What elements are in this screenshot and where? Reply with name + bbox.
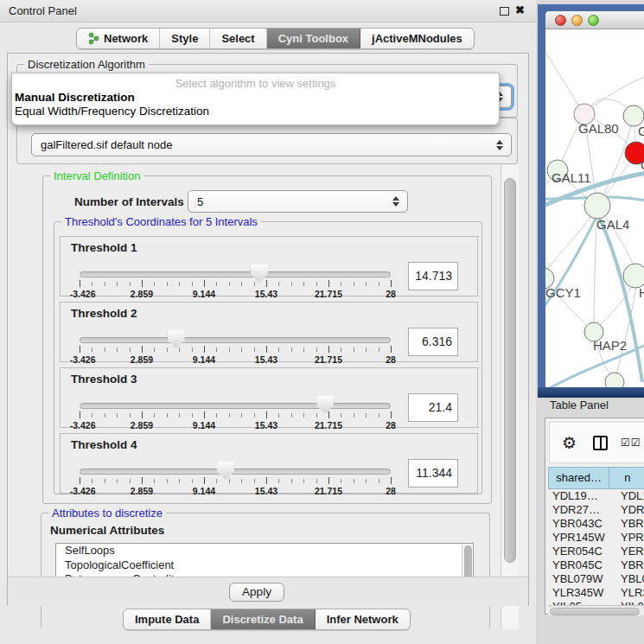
tab-network-label: Network — [104, 32, 148, 45]
tab-jactivemnodules[interactable]: jActiveMNodules — [360, 29, 474, 48]
minimize-traffic-light-icon[interactable] — [571, 15, 583, 26]
tab-discretize-data[interactable]: Discretize Data — [211, 609, 315, 629]
threshold-value-field[interactable]: 11.344 — [408, 459, 458, 488]
table-rows: YDL19…YDL1 YDR27…YDR2 YBR043CYBR0 YPR145… — [548, 489, 644, 605]
cell: YDL19… — [548, 489, 616, 503]
interval-definition-title: Interval Definition — [50, 169, 143, 182]
tab-impute-data[interactable]: Impute Data — [124, 609, 211, 629]
tick-label: 9.144 — [193, 354, 215, 365]
threshold-slider[interactable]: -3.426 2.859 9.144 15.43 21.715 28 — [80, 465, 391, 491]
tick-label: -3.426 — [70, 354, 96, 365]
network-view-window: GAL80 GA C GAL11 GAL4 GCY1 H HAP2 — [538, 4, 644, 398]
gear-icon[interactable]: ⚙ — [562, 433, 577, 452]
column-header-shared-name[interactable]: shared… — [548, 467, 609, 489]
threshold-row: Threshold 3 -3.426 2.859 9.144 15.43 21.… — [60, 367, 478, 428]
slider-track[interactable] — [80, 469, 391, 475]
close-traffic-light-icon[interactable] — [555, 15, 566, 26]
threshold-value-field[interactable]: 6.316 — [408, 328, 458, 356]
table-row[interactable]: YDR27…YDR2 — [548, 503, 644, 517]
thresholds-group-title: Threshold's Coordinates for 5 Intervals — [61, 215, 261, 228]
node-label-gcy1: GCY1 — [545, 285, 581, 300]
table-row[interactable]: YER054CYER0 — [548, 545, 644, 558]
discretization-algorithm-title: Discretization Algorithm — [24, 58, 149, 71]
table-panel: ⚙ ☑☑ shared… n YDL19…YDL1 YDR27…YDR2 YBR… — [545, 418, 644, 615]
thresholds-group: Threshold's Coordinates for 5 Intervals … — [54, 221, 482, 494]
tick-label: 15.43 — [255, 486, 277, 496]
control-panel: Control Panel ✖ Network Style Select Cyn… — [0, 0, 536, 644]
slider-ticks — [80, 282, 391, 286]
slider-track[interactable] — [80, 337, 391, 343]
tick-label: 28 — [386, 289, 396, 299]
slider-thumb[interactable] — [251, 265, 268, 283]
network-canvas[interactable]: GAL80 GA C GAL11 GAL4 GCY1 H HAP2 — [545, 29, 644, 387]
table-row[interactable]: YPR145WYPR1 — [548, 531, 644, 545]
popup-option-manual-discretization[interactable]: Manual Discretization — [15, 91, 135, 104]
float-window-icon[interactable] — [500, 7, 509, 16]
table-row[interactable]: YBR043CYBR0 — [548, 517, 644, 531]
tick-label: 21.715 — [315, 354, 342, 365]
slider-thumb[interactable] — [316, 396, 334, 414]
slider-track[interactable] — [80, 271, 391, 277]
node-h[interactable] — [623, 264, 644, 288]
maximize-traffic-light-icon[interactable] — [588, 15, 599, 26]
checkboxes-icon[interactable]: ☑☑ — [621, 437, 641, 449]
close-icon[interactable]: ✖ — [515, 3, 525, 16]
table-data-combo-value: galFiltered.sif default node — [41, 138, 172, 151]
node-label-gal11: GAL11 — [552, 170, 591, 185]
attributes-group-title: Attributes to discretize — [48, 507, 166, 520]
cell: YDR27… — [548, 503, 616, 517]
cell: YBR0 — [616, 558, 644, 572]
threshold-label: Threshold 2 — [71, 307, 137, 320]
slider-track[interactable] — [80, 403, 391, 409]
popup-option-equal-width-frequency[interactable]: Equal Width/Frequency Discretization — [15, 105, 209, 118]
cell: YER0 — [616, 545, 644, 558]
number-of-intervals-spinner[interactable]: 5 — [188, 190, 408, 213]
tab-infer-network-label: Infer Network — [327, 613, 399, 626]
node-label-cut-ga: GA — [638, 124, 644, 138]
network-icon — [88, 32, 99, 45]
table-h-scrollbar[interactable] — [548, 605, 644, 615]
tab-infer-network[interactable]: Infer Network — [316, 609, 410, 629]
tab-cyni-toolbox[interactable]: Cyni Toolbox — [267, 29, 360, 48]
apply-strip: Apply — [8, 577, 528, 606]
cell: YDR2 — [616, 503, 644, 517]
threshold-value-field[interactable]: 14.713 — [408, 262, 458, 290]
right-column: GAL80 GA C GAL11 GAL4 GCY1 H HAP2 Table … — [536, 0, 644, 644]
cell: YBL079W — [548, 572, 616, 586]
tab-cyni-toolbox-label: Cyni Toolbox — [278, 32, 348, 45]
list-item[interactable]: TopologicalCoefficient — [56, 558, 473, 573]
table-row[interactable]: YBR045CYBR0 — [548, 558, 644, 572]
slider-thumb[interactable] — [168, 330, 185, 348]
tick-label: 2.859 — [131, 289, 153, 299]
tab-network[interactable]: Network — [77, 29, 160, 48]
table-row[interactable]: YLR345WYLR3 — [548, 586, 644, 600]
columns-icon[interactable] — [593, 436, 608, 450]
panel-scrollbar[interactable] — [501, 165, 519, 629]
scrollbar-thumb[interactable] — [504, 178, 516, 563]
cell: YBL0 — [616, 572, 644, 586]
cell: YDL1 — [616, 489, 644, 503]
node-bottom[interactable] — [605, 373, 624, 387]
node-gal4[interactable] — [584, 193, 610, 219]
threshold-value-field[interactable]: 21.4 — [408, 393, 458, 422]
threshold-slider[interactable]: -3.426 2.859 9.144 15.43 21.715 28 — [80, 399, 391, 425]
tab-select[interactable]: Select — [210, 29, 266, 48]
table-row[interactable]: YDL19…YDL1 — [548, 489, 644, 503]
tick-label: 21.715 — [315, 420, 342, 430]
apply-button[interactable]: Apply — [229, 583, 284, 602]
cell: YPR145W — [548, 531, 616, 545]
column-header-name[interactable]: n — [609, 467, 644, 489]
scrollbar-thumb[interactable] — [550, 608, 640, 615]
threshold-slider[interactable]: -3.426 2.859 9.144 15.43 21.715 28 — [80, 334, 391, 360]
threshold-row: Threshold 4 -3.426 2.859 9.144 15.43 21.… — [60, 433, 478, 494]
tick-label: 15.43 — [255, 420, 277, 430]
list-item[interactable]: SelfLoops — [56, 544, 473, 558]
threshold-slider[interactable]: -3.426 2.859 9.144 15.43 21.715 28 — [80, 268, 391, 294]
table-row[interactable]: YBL079WYBL0 — [548, 572, 644, 586]
tick-label: 2.859 — [131, 354, 153, 365]
tab-style[interactable]: Style — [160, 29, 210, 48]
slider-thumb[interactable] — [217, 462, 234, 480]
threshold-label: Threshold 1 — [71, 241, 137, 254]
threshold-label: Threshold 4 — [71, 438, 137, 451]
table-data-combo[interactable]: galFiltered.sif default node — [31, 133, 512, 156]
